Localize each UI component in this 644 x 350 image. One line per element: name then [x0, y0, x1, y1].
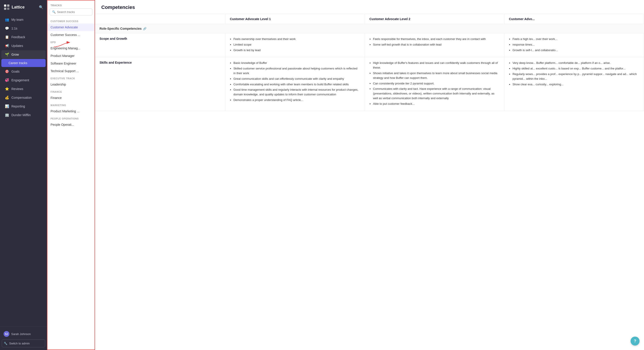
track-item-technical-support[interactable]: Technical Support ...: [48, 67, 94, 75]
track-item-customer-advocate[interactable]: Customer Advocate: [48, 23, 94, 31]
switch-to-admin-button[interactable]: 🔧 Switch to admin: [2, 340, 45, 347]
track-section-label-marketing: MARKETING: [48, 102, 94, 107]
row-label-skills-experience: Skills and Experience: [95, 57, 225, 111]
user-name: Sarah Johnson: [11, 332, 31, 336]
link-icon[interactable]: 🔗: [143, 27, 146, 30]
sidebar-item-dunder-mifflin[interactable]: 🏢 Dunder Mifflin: [1, 111, 46, 119]
company-icon: 🏢: [5, 113, 9, 117]
cell-skills-level3: Very deep know... Buffer platform... com…: [504, 57, 644, 111]
tracks-search-container: 🔍: [50, 8, 92, 15]
sidebar: Lattice 🔍 👥 My team 💬 1:1s 📋 Feedback 📢 …: [0, 0, 47, 350]
my-team-icon: 👥: [5, 18, 9, 22]
cell-scope-growth-level2: Feels responsible for themselves, the in…: [365, 33, 504, 57]
page-title: Competencies: [101, 4, 135, 10]
sidebar-item-reviews[interactable]: ⭐ Reviews: [1, 85, 46, 93]
sidebar-item-reporting[interactable]: 📊 Reporting: [1, 102, 46, 111]
role-specific-label: Role-Specific Competencies: [100, 27, 142, 30]
reviews-icon: ⭐: [5, 87, 9, 91]
track-section-label-finance: FINANCE: [48, 88, 94, 94]
track-item-product-manager[interactable]: Product Manager: [48, 52, 94, 60]
svg-rect-1: [7, 4, 10, 7]
track-item-software-engineer[interactable]: Software Engineer: [48, 60, 94, 67]
cell-skills-level2: High knowledge of Buffer's features and …: [365, 57, 504, 111]
sidebar-item-feedback[interactable]: 📋 Feedback: [1, 33, 46, 41]
updates-icon: 📢: [5, 44, 9, 48]
tracks-search-input[interactable]: [57, 10, 90, 14]
track-item-leadership[interactable]: Leadership: [48, 81, 94, 88]
track-section-label-epd: EPD: [48, 39, 94, 44]
grow-icon: 🌱: [5, 52, 9, 56]
sidebar-item-my-team[interactable]: 👥 My team: [1, 15, 46, 24]
global-search-icon[interactable]: 🔍: [39, 5, 44, 9]
track-item-engineering-manager[interactable]: Engineering Manag...: [48, 44, 94, 52]
col-competency: [95, 14, 225, 24]
cell-scope-growth-level3: Feels a high lev... over their work... r…: [504, 33, 644, 57]
help-button[interactable]: ?: [630, 337, 640, 346]
goals-icon: 🎯: [5, 69, 9, 73]
table-row-scope-growth: Scope and Growth Feels ownership over th…: [95, 33, 644, 57]
compensation-icon: 💰: [5, 96, 9, 100]
track-item-people-operations[interactable]: People Operati...: [48, 121, 94, 128]
svg-rect-0: [4, 4, 6, 7]
tracks-panel: TRACKS 🔍 CUSTOMER SUCCESS Customer Advoc…: [47, 0, 95, 350]
table-header-row: Customer Advocate Level 1 Customer Advoc…: [95, 14, 644, 24]
svg-rect-3: [7, 7, 10, 10]
track-section-label-executive: EXECUTIVE TRACK: [48, 75, 94, 81]
1on1s-icon: 💬: [5, 26, 9, 30]
table-row-skills-experience: Skills and Experience Basic knowledge of…: [95, 57, 644, 111]
switch-admin-icon: 🔧: [4, 342, 8, 345]
sidebar-item-career-tracks[interactable]: Career tracks: [1, 59, 46, 67]
sidebar-item-engagement[interactable]: 💞 Engagement: [1, 76, 46, 84]
cell-scope-growth-level1: Feels ownership over themselves and thei…: [225, 33, 365, 57]
tracks-list: CUSTOMER SUCCESS Customer Advocate Custo…: [48, 18, 94, 350]
track-item-customer-success[interactable]: Customer Success ...: [48, 31, 94, 39]
competencies-header: Competencies: [95, 0, 644, 14]
logo-area: Lattice: [4, 4, 24, 10]
sidebar-item-updates[interactable]: 📢 Updates: [1, 41, 46, 50]
track-item-product-marketing[interactable]: Product Marketing ...: [48, 107, 94, 115]
logo-text: Lattice: [12, 5, 24, 9]
track-section-label-customer-success: CUSTOMER SUCCESS: [48, 18, 94, 23]
main-content: Competencies Customer Advocate Level 1 C…: [95, 0, 644, 350]
engagement-icon: 💞: [5, 78, 9, 82]
tracks-panel-header: TRACKS: [48, 0, 94, 8]
section-row-role-specific: Role-Specific Competencies 🔗: [95, 24, 644, 33]
row-label-scope-growth: Scope and Growth: [95, 33, 225, 57]
avatar: SJ: [4, 331, 10, 337]
nav-items: 👥 My team 💬 1:1s 📋 Feedback 📢 Updates 🌱 …: [0, 14, 47, 326]
track-section-label-people-ops: PEOPLE OPERATIONS: [48, 115, 94, 121]
competencies-table: Customer Advocate Level 1 Customer Advoc…: [95, 14, 644, 111]
track-item-finance[interactable]: Finance: [48, 94, 94, 102]
user-info: SJ Sarah Johnson: [2, 329, 45, 339]
cell-skills-level1: Basic knowledge of Buffer Skilled custom…: [225, 57, 365, 111]
sidebar-item-grow[interactable]: 🌱 Grow: [1, 50, 46, 59]
reporting-icon: 📊: [5, 104, 9, 108]
tracks-search-icon: 🔍: [52, 10, 56, 14]
svg-rect-2: [4, 7, 6, 10]
col-level3: Customer Advo...: [504, 14, 644, 24]
feedback-icon: 📋: [5, 35, 9, 39]
section-label: Role-Specific Competencies 🔗: [100, 27, 640, 30]
col-level2: Customer Advocate Level 2: [365, 14, 504, 24]
sidebar-item-goals[interactable]: 🎯 Goals: [1, 67, 46, 76]
lattice-logo-icon: [4, 4, 10, 10]
col-level1: Customer Advocate Level 1: [225, 14, 365, 24]
sidebar-item-1on1s[interactable]: 💬 1:1s: [1, 24, 46, 33]
sidebar-logo: Lattice 🔍: [0, 0, 47, 14]
sidebar-bottom: SJ Sarah Johnson 🔧 Switch to admin: [0, 326, 47, 350]
sidebar-item-compensation[interactable]: 💰 Compensation: [1, 93, 46, 102]
